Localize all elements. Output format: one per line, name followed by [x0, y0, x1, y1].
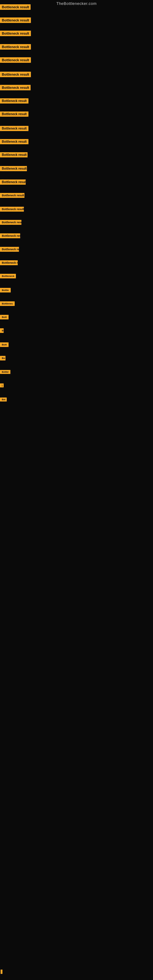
- bottleneck-row-27: Bo: [0, 356, 5, 360]
- bottleneck-badge-4: Bottleneck result: [0, 44, 31, 49]
- bottleneck-badge-16: Bottleneck result: [0, 207, 24, 212]
- bottleneck-row-11: Bottleneck result: [0, 139, 29, 144]
- bottleneck-badge-7: Bottleneck result: [0, 85, 30, 90]
- bottleneck-badge-19: Bottleneck resu: [0, 247, 19, 252]
- bottleneck-row-29: |: [0, 383, 4, 387]
- bottleneck-badge-9: Bottleneck result: [0, 111, 29, 117]
- bottleneck-row-21: Bottleneck: [0, 274, 16, 278]
- bottleneck-badge-13: Bottleneck result: [0, 166, 27, 171]
- bottleneck-row-20: Bottleneck resu: [0, 260, 18, 265]
- bottleneck-badge-10: Bottleneck result: [0, 126, 29, 131]
- bottleneck-badge-29: |: [0, 383, 4, 387]
- bottleneck-badge-2: Bottleneck result: [0, 18, 31, 23]
- bottleneck-row-5: Bottleneck result: [0, 57, 31, 63]
- bottleneck-badge-20: Bottleneck resu: [0, 260, 18, 265]
- bottleneck-badge-25: B: [0, 328, 4, 333]
- bottleneck-row-1: Bottleneck result: [0, 4, 30, 10]
- bottleneck-row-22: Bottle: [0, 288, 11, 293]
- bottleneck-badge-3: Bottleneck result: [0, 30, 31, 36]
- bottleneck-row-18: Bottleneck resu: [0, 233, 20, 238]
- bottleneck-badge-6: Bottleneck result: [0, 72, 31, 77]
- bottleneck-row-10: Bottleneck result: [0, 126, 29, 131]
- bottleneck-badge-30: Bot: [0, 398, 7, 401]
- bottleneck-row-8: Bottleneck result: [0, 98, 29, 103]
- bottleneck-badge-15: Bottleneck result: [0, 193, 24, 198]
- bottleneck-row-6: Bottleneck result: [0, 72, 31, 77]
- bottleneck-row-25: B: [0, 328, 4, 333]
- bottleneck-row-4: Bottleneck result: [0, 44, 31, 49]
- bottleneck-row-19: Bottleneck resu: [0, 247, 19, 252]
- bottleneck-row-3: Bottleneck result: [0, 30, 31, 36]
- bottleneck-row-12: Bottleneck result: [0, 152, 27, 158]
- bottleneck-badge-14: Bottleneck result: [0, 180, 26, 185]
- bottleneck-row-17: Bottleneck resu: [0, 220, 21, 225]
- bottleneck-badge-18: Bottleneck resu: [0, 233, 20, 238]
- bottleneck-row-28: Bottler: [0, 370, 10, 374]
- bottleneck-badge-17: Bottleneck resu: [0, 220, 21, 225]
- bottleneck-badge-11: Bottleneck result: [0, 139, 29, 144]
- bottleneck-row-15: Bottleneck result: [0, 193, 24, 198]
- bottom-line: [1, 970, 2, 974]
- bottleneck-row-30: Bot: [0, 398, 7, 401]
- bottleneck-badge-21: Bottleneck: [0, 274, 16, 278]
- bottleneck-row-24: Bott: [0, 315, 9, 320]
- bottleneck-row-23: Bottlenec: [0, 301, 15, 306]
- bottleneck-row-2: Bottleneck result: [0, 18, 31, 23]
- bottleneck-badge-27: Bo: [0, 356, 5, 360]
- bottleneck-badge-1: Bottleneck result: [0, 4, 30, 10]
- bottleneck-badge-28: Bottler: [0, 370, 10, 374]
- bottleneck-row-7: Bottleneck result: [0, 85, 30, 90]
- bottleneck-badge-5: Bottleneck result: [0, 57, 31, 63]
- bottleneck-badge-8: Bottleneck result: [0, 98, 29, 103]
- bottleneck-badge-23: Bottlenec: [0, 301, 15, 306]
- bottleneck-row-14: Bottleneck result: [0, 180, 26, 185]
- bottleneck-badge-26: Bott: [0, 342, 9, 347]
- bottleneck-row-13: Bottleneck result: [0, 166, 27, 171]
- bottleneck-badge-12: Bottleneck result: [0, 152, 27, 158]
- bottleneck-row-9: Bottleneck result: [0, 111, 29, 117]
- bottleneck-row-26: Bott: [0, 342, 9, 347]
- bottleneck-badge-24: Bott: [0, 315, 9, 320]
- bottleneck-badge-22: Bottle: [0, 288, 11, 293]
- bottleneck-row-16: Bottleneck result: [0, 207, 24, 212]
